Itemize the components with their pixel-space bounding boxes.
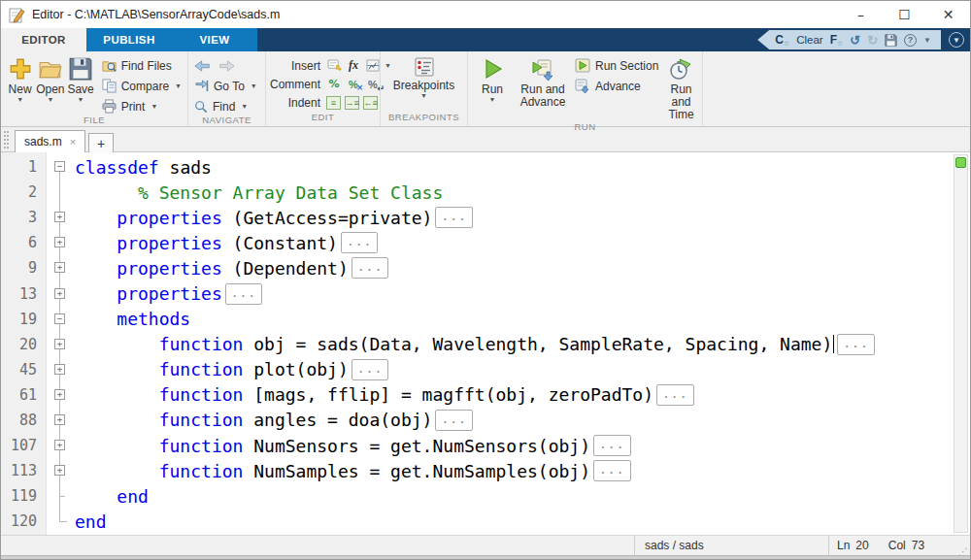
forward-icon[interactable] <box>218 59 235 73</box>
tab-editor[interactable]: EDITOR <box>1 28 86 51</box>
code-text[interactable]: % Sensor Array Data Set Class <box>75 182 443 203</box>
code-line[interactable]: 19− methods <box>1 307 970 332</box>
qat-item-f[interactable]: F☆ <box>830 33 844 48</box>
collapsed-code-box[interactable]: ... <box>341 232 378 253</box>
open-button[interactable]: Open ▼ <box>35 53 65 103</box>
code-text[interactable]: function [mags, fflip] = magfft(obj, zer… <box>75 384 694 406</box>
indent-right-icon[interactable]: →≡ <box>345 96 359 110</box>
indent-left-icon[interactable]: ←≡ <box>363 96 378 110</box>
fold-expand-icon[interactable]: + <box>54 389 65 400</box>
doc-tab-sads[interactable]: sads.m × <box>15 130 85 152</box>
collapsed-code-box[interactable]: ... <box>435 207 472 228</box>
new-button[interactable]: New ▼ <box>5 53 35 103</box>
code-line[interactable]: 6+ properties (Constant)... <box>1 230 970 255</box>
code-text[interactable]: function obj = sads(Data, Wavelength, Sa… <box>75 334 875 355</box>
tab-view[interactable]: VIEW <box>172 28 257 51</box>
fold-expand-icon[interactable]: + <box>54 288 65 299</box>
code-line[interactable]: 120end <box>1 509 970 534</box>
fold-expand-icon[interactable]: + <box>54 237 65 247</box>
collapsed-code-box[interactable]: ... <box>225 283 262 305</box>
code-line[interactable]: 88+ function angles = doa(obj)... <box>1 408 970 433</box>
insert-function-button[interactable]: fx <box>346 58 361 73</box>
collapsed-code-box[interactable]: ... <box>837 334 874 355</box>
fold-expand-icon[interactable]: + <box>54 440 65 450</box>
collapsed-code-box[interactable]: ... <box>352 257 388 279</box>
fold-collapse-icon[interactable]: − <box>54 161 65 172</box>
qat-item-clear[interactable]: Clear <box>796 34 822 46</box>
collapsed-code-box[interactable]: ... <box>435 410 472 431</box>
code-text[interactable]: function angles = doa(obj)... <box>75 410 473 431</box>
minimize-button[interactable]: – <box>839 1 883 28</box>
comment-button[interactable]: % <box>326 77 342 91</box>
code-line[interactable]: 9+ properties (Dependent)... <box>1 255 970 280</box>
code-line[interactable]: 45+ function plot(obj)... <box>1 357 970 382</box>
find-files-button[interactable]: Find Files <box>102 57 182 74</box>
code-analyzer-indicator[interactable] <box>955 157 966 168</box>
breakpoints-button[interactable]: Breakpoints ▼ <box>385 53 462 99</box>
qat-expand-button[interactable]: ▼ <box>949 32 964 48</box>
insert-section-button[interactable] <box>365 58 381 73</box>
fold-expand-icon[interactable]: + <box>54 339 65 349</box>
advance-button[interactable]: Advance <box>575 78 658 94</box>
code-text[interactable]: function plot(obj)... <box>75 359 388 380</box>
code-line[interactable]: 61+ function [mags, fflip] = magfft(obj,… <box>1 382 970 408</box>
goto-button[interactable]: Go To ▼ <box>194 78 257 94</box>
help-icon[interactable]: ? <box>904 34 917 47</box>
fold-expand-icon[interactable]: + <box>54 364 65 375</box>
code-line[interactable]: 2 % Sensor Array Data Set Class <box>1 180 970 205</box>
print-button[interactable]: Print ▼ <box>102 98 182 115</box>
code-text[interactable]: function NumSensors = get.NumSensors(obj… <box>75 435 631 456</box>
new-document-tab-button[interactable]: + <box>88 133 114 152</box>
code-line[interactable]: 20+ function obj = sads(Data, Wavelength… <box>1 332 970 357</box>
code-text[interactable]: methods <box>75 309 190 329</box>
code-text[interactable]: classdef sads <box>75 157 212 178</box>
collapsed-code-box[interactable]: ... <box>593 435 630 456</box>
compare-button[interactable]: Compare ▼ <box>102 78 182 94</box>
insert-comment-button[interactable] <box>326 58 342 73</box>
redo-icon[interactable]: ↻ <box>867 34 878 47</box>
qat-save-icon[interactable] <box>885 34 897 47</box>
code-text[interactable]: properties (Dependent)... <box>75 257 388 279</box>
run-button[interactable]: Run ▼ <box>472 53 513 103</box>
save-button[interactable]: Save ▼ <box>65 53 95 103</box>
tabbar-grip-handle[interactable] <box>4 131 9 148</box>
run-section-button[interactable]: Run Section <box>575 57 658 74</box>
code-line[interactable]: 13+ properties... <box>1 280 970 306</box>
code-editor[interactable]: 1−classdef sads2 % Sensor Array Data Set… <box>1 152 970 535</box>
run-and-time-button[interactable]: Run and Time <box>660 53 701 121</box>
code-line[interactable]: 1−classdef sads <box>1 154 970 180</box>
maximize-button[interactable]: ☐ <box>883 1 926 28</box>
smart-indent-icon[interactable]: ≡ <box>326 96 341 110</box>
code-line[interactable]: 3+ properties (GetAccess=private)... <box>1 205 970 230</box>
fold-expand-icon[interactable]: + <box>54 414 65 425</box>
collapsed-code-box[interactable]: ... <box>352 359 388 380</box>
code-text[interactable]: end <box>75 486 149 507</box>
back-icon[interactable] <box>194 59 211 73</box>
qat-item-c[interactable]: C☆ <box>775 33 789 48</box>
tab-publish[interactable]: PUBLISH <box>86 28 172 51</box>
close-button[interactable]: ✕ <box>926 1 970 28</box>
code-text[interactable]: function NumSamples = get.NumSamples(obj… <box>75 460 631 481</box>
collapsed-code-box[interactable]: ... <box>656 384 693 406</box>
run-and-advance-button[interactable]: Run and Advance <box>513 53 573 109</box>
code-text[interactable]: properties (Constant)... <box>75 232 378 253</box>
fold-expand-icon[interactable]: + <box>54 212 65 222</box>
code-text[interactable]: properties... <box>75 283 262 305</box>
fold-expand-icon[interactable]: + <box>54 465 65 476</box>
undo-icon[interactable]: ↺ <box>850 34 860 47</box>
code-text[interactable]: end <box>75 511 107 532</box>
wrap-comments-button[interactable]: %↵ <box>365 77 381 91</box>
resize-grip[interactable] <box>956 536 970 555</box>
collapsed-code-box[interactable]: ... <box>593 460 630 481</box>
qat-dropdown-icon[interactable]: ▼ <box>923 36 931 45</box>
tab-close-icon[interactable]: × <box>70 136 76 148</box>
find-button[interactable]: Find ▼ <box>194 98 257 115</box>
code-analyzer-strip[interactable] <box>954 154 968 533</box>
code-text[interactable]: properties (GetAccess=private)... <box>75 207 473 228</box>
uncomment-button[interactable]: %✕ <box>346 77 361 91</box>
code-line[interactable]: 107+ function NumSensors = get.NumSensor… <box>1 433 970 458</box>
code-line[interactable]: 113+ function NumSamples = get.NumSample… <box>1 458 970 483</box>
code-line[interactable]: 119 end <box>1 483 970 509</box>
fold-collapse-icon[interactable]: − <box>54 313 65 324</box>
fold-expand-icon[interactable]: + <box>54 262 65 273</box>
